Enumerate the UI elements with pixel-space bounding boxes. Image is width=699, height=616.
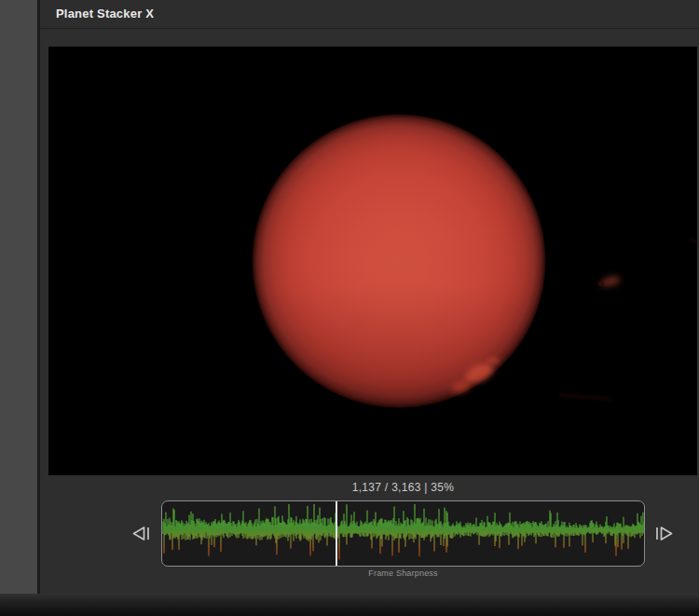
sun-image	[252, 114, 546, 408]
sunspot	[598, 281, 604, 286]
sun-plage-region	[450, 378, 473, 395]
playhead-marker[interactable]	[336, 501, 337, 566]
left-sidebar	[0, 0, 37, 594]
frame-counter: 1,137 / 3,163 | 35%	[161, 476, 645, 499]
sun-filament	[559, 394, 611, 400]
sharpness-waveform	[162, 501, 644, 566]
title-bar[interactable]: Planet Stacker X	[40, 0, 699, 29]
step-backward-icon	[130, 526, 153, 541]
sun-plage-region	[487, 357, 500, 364]
frame-sharpness-graph[interactable]	[161, 500, 645, 567]
step-forward-icon	[652, 526, 675, 541]
sun-plage-region	[462, 360, 496, 387]
desktop-backdrop	[0, 594, 699, 616]
planet-stacker-window: Planet Stacker X 1,137 / 3,163 | 35%	[40, 0, 699, 594]
sun-filament	[689, 238, 697, 256]
window-title: Planet Stacker X	[56, 0, 154, 28]
frame-sharpness-label: Frame Sharpness	[161, 568, 645, 578]
image-canvas[interactable]	[48, 47, 697, 475]
previous-frame-button[interactable]	[126, 519, 158, 547]
next-frame-button[interactable]	[648, 519, 679, 547]
